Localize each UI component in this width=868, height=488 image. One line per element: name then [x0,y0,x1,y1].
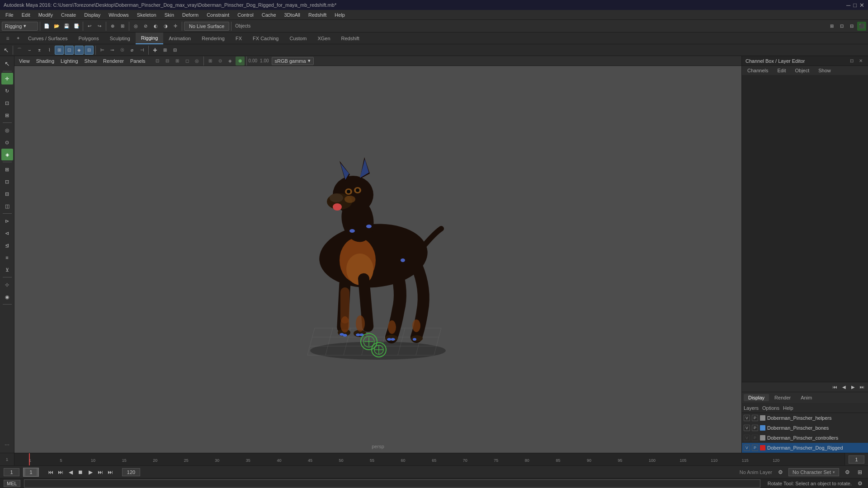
timeline-ruler[interactable]: 1 5 10 15 20 25 30 35 40 45 50 55 60 65 … [29,453,844,465]
module-menu-icon[interactable]: ≡ [2,33,14,44]
menu-windows[interactable]: Windows [105,11,132,19]
menu-skin[interactable]: Skin [161,11,178,19]
vp-tb-snap[interactable]: ⊙ [216,56,225,66]
tb-right-4[interactable]: ⬛ [857,22,866,31]
render-settings-btn[interactable]: ⊹ [1,279,13,291]
select-mode-button[interactable]: ◎ [131,22,140,31]
tab-custom[interactable]: Custom [284,33,312,44]
snap-surface-btn[interactable]: ◫ [1,200,13,212]
status-settings-btn[interactable]: ⚙ [855,479,864,488]
rigging-dropdown[interactable]: Rigging ▾ [2,22,38,31]
tab-rendering[interactable]: Rendering [196,33,230,44]
close-button[interactable]: ✕ [859,2,864,9]
range-start-input[interactable] [4,468,19,476]
tab-curves-surfaces[interactable]: Curves / Surfaces [23,33,73,44]
scale-tool-btn[interactable]: ⊡ [1,97,13,109]
tab-fx[interactable]: FX [230,33,247,44]
vp-tb-2[interactable]: ⊟ [163,56,172,66]
goto-start-btn[interactable]: ⏮ [46,468,55,477]
layer-nav-2[interactable]: ◀ [840,383,848,391]
mel-python-toggle[interactable]: MEL [4,480,20,487]
vp-tb-grid[interactable]: ⊞ [206,56,215,66]
tb-right-1[interactable]: ⊞ [827,22,836,31]
tab-xgen[interactable]: XGen [312,33,335,44]
tool-joint[interactable]: ⊢ [98,46,107,55]
vp-tb-5[interactable]: ◎ [193,56,202,66]
tb-right-3[interactable]: ⊟ [847,22,856,31]
anim-layer-settings-btn[interactable]: ⚙ [776,468,785,477]
tool-curve3[interactable]: ⌆ [35,46,44,55]
layer-row-bones[interactable]: V P Doberman_Pinscher_bones [742,423,868,433]
tool-component3[interactable]: ◈ [75,46,84,55]
new-file-button[interactable]: 📄 [42,22,51,31]
tool-component1[interactable]: ⊞ [55,46,64,55]
menu-display[interactable]: Display [80,11,104,19]
tb-right-2[interactable]: ⊡ [837,22,846,31]
tab-show[interactable]: Show [815,67,835,74]
layer-tab-display[interactable]: Display [744,394,769,401]
tab-channels[interactable]: Channels [744,67,772,74]
layer-play-helpers[interactable]: P [752,415,758,421]
gamma-dropdown[interactable]: sRGB gamma ▾ [272,57,314,65]
soft-select-btn[interactable]: ◎ [1,124,13,136]
menu-create[interactable]: Create [57,11,80,19]
layer-row-controllers[interactable]: V P Doberman_Pinscher_controllers [742,433,868,443]
layer-tab-anim[interactable]: Anim [796,394,816,401]
subtab-help[interactable]: Help [783,405,793,411]
transform-button[interactable]: ⊕ [108,22,117,31]
sculpt-btn[interactable]: ⊙ [1,136,13,148]
maximize-button[interactable]: □ [853,2,857,9]
universal-manip-btn[interactable]: ⊞ [1,109,13,121]
tool-curve4[interactable]: ⌇ [45,46,54,55]
panel-close-btn[interactable]: ✕ [857,57,864,65]
tool-paint[interactable]: ⌀ [127,46,137,55]
menu-constraint[interactable]: Constraint [203,11,233,19]
play-fwd-btn[interactable]: ▶ [86,468,95,477]
layer-vis-bones[interactable]: V [744,425,750,431]
goto-end-btn[interactable]: ⏭ [106,468,115,477]
menu-skeleton[interactable]: Skeleton [133,11,160,19]
layer-vis-ctrl[interactable]: V [744,435,750,441]
undo-button[interactable]: ↩ [85,22,94,31]
menu-deform[interactable]: Deform [179,11,202,19]
layer-tab-render[interactable]: Render [770,394,795,401]
viewport[interactable]: View Shading Lighting Show Renderer Pane… [14,56,741,453]
menu-help[interactable]: Help [331,11,349,19]
menu-modify[interactable]: Modify [35,11,57,19]
tool-select[interactable]: ↖ [2,46,11,55]
ipr-btn[interactable]: ◉ [1,291,13,303]
menu-3dtoall[interactable]: 3DtoAll [281,11,304,19]
current-frame-input[interactable] [849,455,864,464]
tab-fx-caching[interactable]: FX Caching [247,33,284,44]
history-btn[interactable]: ⊳ [1,215,13,227]
tool-ik[interactable]: ⊸ [108,46,117,55]
paint-weights-btn[interactable]: ◈ [1,149,13,160]
layer-row-rigged[interactable]: V P Doberman_Pinscher_Dog_Rigged [742,443,868,453]
save-as-button[interactable]: 📑 [72,22,81,31]
step-fwd-btn[interactable]: ⏭ [96,468,105,477]
window-controls[interactable]: ─ □ ✕ [846,2,864,9]
rotate-tool-btn[interactable]: ↻ [1,85,13,97]
minimize-button[interactable]: ─ [846,2,850,9]
vp-tb-1[interactable]: ⊡ [153,56,162,66]
node-editor-btn[interactable]: ⊻ [1,264,13,276]
layer-nav-3[interactable]: ▶ [849,383,857,391]
vp-menu-view[interactable]: View [16,57,33,65]
more-btn[interactable]: ⋯ [1,439,13,451]
attr-editor-btn[interactable]: ⊴ [1,239,13,251]
snap-curve-btn[interactable]: ⊡ [1,176,13,188]
panel-expand-btn[interactable]: ⊡ [848,57,855,65]
vp-menu-show[interactable]: Show [82,57,100,65]
tab-animation[interactable]: Animation [163,33,196,44]
layer-play-rigged[interactable]: P [752,445,758,451]
tab-rigging[interactable]: Rigging [136,33,163,44]
paint-button[interactable]: ◐ [151,22,160,31]
vp-tb-cam[interactable]: ◈ [226,56,235,66]
tool-bar2[interactable]: ⊟ [170,46,179,55]
menu-cache[interactable]: Cache [258,11,280,19]
tool-component2[interactable]: ⊡ [65,46,74,55]
subtab-options[interactable]: Options [762,405,779,411]
layer-play-bones[interactable]: P [752,425,758,431]
menu-file[interactable]: File [2,11,17,19]
tool-curve1[interactable]: ⌒ [15,46,24,55]
